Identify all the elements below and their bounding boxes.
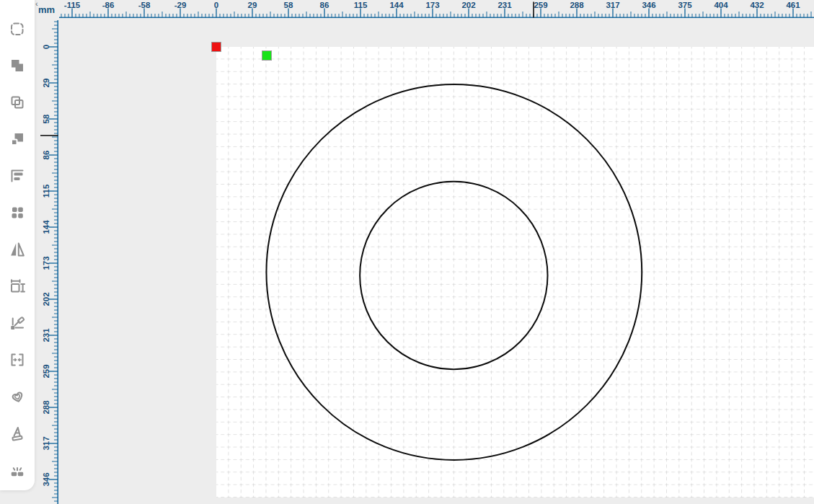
top-ruler: -115-86-58-29029588611514417320223125928…	[59, 0, 814, 19]
svg-text:86: 86	[320, 1, 329, 9]
svg-text:346: 346	[42, 472, 50, 486]
svg-text:231: 231	[42, 328, 50, 342]
squeeze-combine-icon	[9, 351, 26, 368]
shape-overlap-button[interactable]	[9, 94, 26, 111]
text-art-button[interactable]	[9, 425, 26, 442]
break-apart-icon	[9, 461, 26, 479]
svg-text:86: 86	[42, 151, 50, 160]
break-apart-button[interactable]	[9, 461, 26, 479]
svg-text:115: 115	[354, 1, 368, 9]
svg-text:317: 317	[606, 1, 619, 9]
position-marker	[262, 50, 272, 61]
arrange-button[interactable]	[9, 204, 26, 221]
svg-text:375: 375	[678, 1, 692, 9]
text-art-icon	[9, 425, 26, 442]
size-dimensions-icon	[9, 278, 26, 295]
align-button[interactable]	[9, 167, 26, 185]
svg-text:29: 29	[42, 79, 50, 88]
svg-text:288: 288	[570, 1, 584, 9]
align-icon	[9, 167, 26, 185]
svg-text:-58: -58	[138, 1, 151, 9]
work-area-canvas[interactable]	[216, 47, 814, 498]
app-window: ‹ mm -115-86-58-290295886115144173202231…	[0, 0, 814, 504]
svg-text:432: 432	[750, 1, 764, 9]
svg-text:115: 115	[42, 184, 50, 198]
shape-subtract-icon	[9, 131, 26, 148]
svg-text:58: 58	[284, 1, 293, 9]
svg-text:259: 259	[42, 364, 50, 378]
svg-text:404: 404	[714, 1, 728, 9]
flip-mirror-button[interactable]	[9, 241, 26, 258]
marquee-selection-icon	[9, 20, 26, 37]
weld-union-button[interactable]	[9, 57, 26, 74]
weld-union-icon	[9, 57, 26, 74]
svg-text:461: 461	[786, 1, 800, 9]
svg-text:202: 202	[461, 1, 475, 9]
offset-outline-icon	[9, 388, 26, 405]
svg-text:231: 231	[497, 1, 512, 9]
marquee-select-button[interactable]	[9, 20, 26, 37]
flip-mirror-icon	[9, 241, 26, 258]
svg-text:29: 29	[248, 1, 257, 9]
shape-overlap-icon	[9, 94, 26, 111]
squeeze-combine-button[interactable]	[9, 351, 26, 368]
shape-subtract-button[interactable]	[9, 131, 26, 148]
svg-text:0: 0	[214, 1, 218, 9]
ruler-unit-label: mm	[38, 4, 58, 15]
svg-text:173: 173	[42, 256, 50, 270]
svg-text:346: 346	[642, 1, 655, 9]
origin-marker[interactable]	[211, 42, 221, 52]
svg-text:202: 202	[42, 292, 50, 306]
svg-text:58: 58	[42, 114, 50, 123]
svg-text:173: 173	[425, 1, 439, 9]
left-ruler: 0295886115144173202231259288317346	[39, 20, 59, 504]
offset-outline-button[interactable]	[9, 388, 26, 405]
svg-text:288: 288	[42, 400, 50, 415]
svg-text:0: 0	[42, 45, 50, 49]
left-toolbar	[0, 0, 35, 490]
svg-text:317: 317	[42, 436, 50, 450]
svg-text:-86: -86	[102, 1, 115, 9]
svg-text:144: 144	[42, 220, 50, 234]
canvas-grid	[216, 47, 814, 498]
size-dimensions-button[interactable]	[9, 278, 26, 295]
node-edit-button[interactable]	[9, 314, 26, 332]
svg-text:-115: -115	[64, 1, 81, 9]
svg-text:144: 144	[389, 1, 404, 9]
svg-text:259: 259	[534, 1, 547, 9]
node-edit-icon	[9, 314, 26, 332]
svg-text:-29: -29	[174, 1, 187, 9]
arrange-grid-icon	[9, 204, 26, 221]
